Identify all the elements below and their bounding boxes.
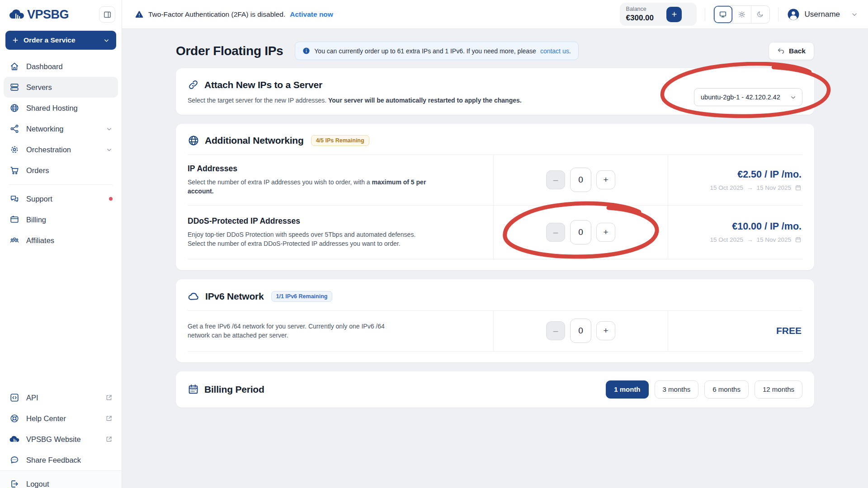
sidebar-divider <box>9 184 113 185</box>
decrement-button[interactable]: – <box>546 223 565 242</box>
external-link-icon <box>105 415 113 422</box>
sidebar-item-orders[interactable]: Orders <box>4 160 118 181</box>
feedback-icon <box>9 455 20 465</box>
balance-label: Balance <box>626 6 654 13</box>
period-1-month-button[interactable]: 1 month <box>606 380 648 399</box>
topbar: Two-Factor Authentication (2FA) is disab… <box>122 0 868 29</box>
chevron-down-icon <box>790 94 797 101</box>
sidebar-spacer <box>0 251 122 387</box>
sidebar-item-servers[interactable]: Servers <box>4 77 118 98</box>
sidebar-item-orchestration[interactable]: Orchestration <box>4 139 118 160</box>
avatar-icon <box>787 8 800 21</box>
quantity-value[interactable]: 0 <box>570 220 591 244</box>
brand-logo[interactable]: VPSBG <box>9 8 69 22</box>
quantity-value[interactable]: 0 <box>570 319 591 343</box>
sidebar-item-support[interactable]: Support <box>4 188 118 209</box>
topbar-divider <box>705 8 705 21</box>
page-header: Order Floating IPs You can currently ord… <box>176 42 814 60</box>
increment-button[interactable]: + <box>596 321 615 340</box>
sidebar-item-networking[interactable]: Networking <box>4 118 118 139</box>
period-12-months-button[interactable]: 12 months <box>755 380 802 399</box>
additional-section-title: Additional Networking <box>205 135 304 146</box>
users-icon <box>9 235 20 245</box>
sidebar-item-label: Servers <box>26 83 113 92</box>
ip-quantity-stepper: – 0 + <box>493 155 668 205</box>
chevron-down-icon <box>851 11 858 18</box>
warning-icon <box>135 10 144 19</box>
row-title: IP Addresses <box>188 164 482 174</box>
sidebar-item-dashboard[interactable]: Dashboard <box>4 56 118 77</box>
user-menu[interactable]: Username <box>787 8 858 21</box>
sidebar-item-logout[interactable]: Logout <box>4 474 118 488</box>
row-price: €10.00 / IP /mo. <box>732 221 802 232</box>
info-suffix: . <box>569 47 571 55</box>
date-from: 15 Oct 2025 <box>710 184 743 191</box>
gear-icon <box>9 145 20 155</box>
sidebar-menu: Dashboard Servers Shared Hosting Network… <box>0 56 122 251</box>
date-to: 15 Nov 2025 <box>756 184 791 191</box>
ipv6-row: Get a free IPv6 /64 network for you serv… <box>188 311 802 352</box>
back-button[interactable]: Back <box>769 42 814 60</box>
sidebar-item-label: Affiliates <box>26 236 113 245</box>
billing-period-options: 1 month 3 months 6 months 12 months <box>606 380 802 399</box>
ipv6-network-card: IPv6 Network 1/1 IPv6 Remaining Get a fr… <box>176 279 814 362</box>
sidebar-item-affiliates[interactable]: Affiliates <box>4 230 118 251</box>
page-content: Order Floating IPs You can currently ord… <box>122 29 868 488</box>
row-desc: Select the number of extra IP addresses … <box>188 178 370 186</box>
add-funds-button[interactable] <box>666 7 682 22</box>
external-link-icon <box>105 394 113 401</box>
cloud-icon <box>188 290 200 302</box>
username-label: Username <box>805 10 840 19</box>
ipv6-quantity-stepper: – 0 + <box>493 311 668 351</box>
ipv6-section-title: IPv6 Network <box>205 291 264 302</box>
theme-toggle-group <box>713 5 770 23</box>
billing-section-title: Billing Period <box>204 384 264 395</box>
sidebar-item-billing[interactable]: Billing <box>4 209 118 230</box>
info-text: You can currently order up to 61 extra I… <box>314 47 536 55</box>
sidebar-item-api[interactable]: API <box>4 387 118 408</box>
arrow-right-icon: → <box>747 184 753 191</box>
increment-button[interactable]: + <box>596 223 615 242</box>
sidebar-item-help-center[interactable]: Help Center <box>4 408 118 429</box>
order-a-service-button[interactable]: Order a Service <box>5 31 116 50</box>
code-icon <box>9 393 20 403</box>
sidebar-item-shared-hosting[interactable]: Shared Hosting <box>4 98 118 118</box>
wallet-icon <box>9 215 20 225</box>
external-link-icon <box>105 436 113 443</box>
row-title: DDoS-Protected IP Addresses <box>188 216 482 226</box>
plus-icon <box>671 11 678 18</box>
sidebar-item-share-feedback[interactable]: Share Feedback <box>4 450 118 470</box>
info-icon <box>302 47 310 55</box>
balance-widget: Balance €300.00 <box>620 3 697 26</box>
ddos-ip-addresses-row: DDoS-Protected IP Addresses Enjoy top-ti… <box>188 206 802 260</box>
sidebar-item-vpsbg-website[interactable]: VPSBG Website <box>4 429 118 450</box>
decrement-button[interactable]: – <box>546 321 565 340</box>
sidebar-header: VPSBG <box>0 0 122 27</box>
additional-networking-card: Additional Networking 4/5 IPs Remaining … <box>176 124 814 270</box>
order-a-service-label: Order a Service <box>24 36 99 44</box>
increment-button[interactable]: + <box>596 170 615 189</box>
server-select-dropdown[interactable]: ubuntu-2gb-1 - 42.120.2.42 <box>694 88 802 106</box>
theme-dark-button[interactable] <box>751 6 769 23</box>
sidebar-collapse-icon <box>103 10 112 19</box>
decrement-button[interactable]: – <box>546 170 565 189</box>
calendar-icon <box>795 236 802 243</box>
period-3-months-button[interactable]: 3 months <box>655 380 699 399</box>
sidebar-collapse-button[interactable] <box>99 6 115 23</box>
topbar-divider <box>778 8 778 21</box>
server-icon <box>9 82 20 92</box>
contact-us-link[interactable]: contact us <box>540 47 569 55</box>
attach-section-title: Attach New IPs to a Server <box>204 80 322 90</box>
quantity-value[interactable]: 0 <box>570 168 591 192</box>
logout-icon <box>9 479 20 488</box>
sidebar-item-label: Help Center <box>26 414 99 423</box>
sidebar-item-label: Orders <box>26 166 113 175</box>
activate-now-link[interactable]: Activate now <box>290 10 333 19</box>
period-6-months-button[interactable]: 6 months <box>704 380 749 399</box>
twofa-warning-text: Two-Factor Authentication (2FA) is disab… <box>148 10 285 19</box>
theme-light-button[interactable] <box>732 6 751 23</box>
theme-system-button[interactable] <box>714 6 732 23</box>
ips-remaining-badge: 4/5 IPs Remaining <box>311 135 369 146</box>
globe-icon <box>188 135 199 146</box>
calendar-icon <box>188 384 199 395</box>
